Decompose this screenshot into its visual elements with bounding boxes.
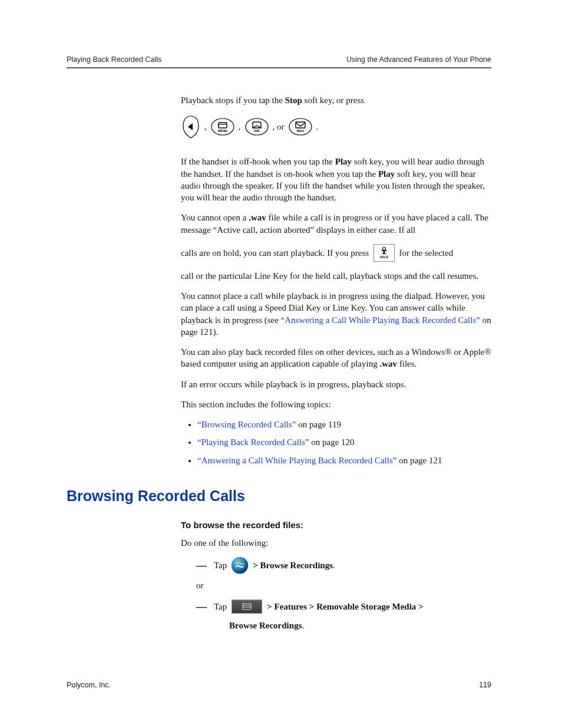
topics-list: “Browsing Recorded Calls” on page 119 “P…: [181, 419, 491, 466]
svg-text:MSG: MSG: [296, 129, 304, 133]
separator-comma: ,: [204, 121, 207, 133]
header-right: Using the Advanced Features of Your Phon…: [346, 55, 491, 64]
paragraph-wav-restriction: You cannot open a .wav file while a call…: [181, 212, 491, 236]
svg-text:HOLD: HOLD: [380, 255, 389, 259]
svg-rect-1: [219, 123, 227, 128]
paragraph-dialpad-restriction: You cannot place a call while playback i…: [181, 290, 491, 338]
paragraph-error-stop: If an error occurs while playback is in …: [181, 378, 491, 390]
separator-or: , or: [273, 121, 285, 133]
menu-key-icon: MENU: [210, 117, 235, 137]
dash-bullet: —: [196, 560, 207, 571]
link-answering[interactable]: “Answering a Call While Playing Back Rec…: [197, 456, 396, 465]
dir-key-icon: DIR: [244, 117, 269, 137]
paragraph-resume: call or the particular Line Key for the …: [181, 270, 491, 282]
menu-softkey-icon: [232, 599, 262, 614]
msg-key-icon: MSG: [288, 117, 313, 137]
page-footer: Polycom, Inc. 119: [67, 681, 491, 689]
svg-text:DIR: DIR: [254, 129, 260, 133]
link-playing-back[interactable]: “Playing Back Recorded Calls”: [197, 437, 309, 447]
topic-item: “Playing Back Recorded Calls” on page 12…: [197, 436, 491, 448]
link-answering-call[interactable]: “Answering a Call While Playing Back Rec…: [281, 315, 480, 325]
footer-page-number: 119: [479, 681, 491, 689]
svg-text:MENU: MENU: [218, 129, 227, 133]
paragraph-hold-playback: calls are on hold, you can start playbac…: [181, 244, 491, 262]
page-header: Playing Back Recorded Calls Using the Ad…: [67, 55, 491, 64]
svg-rect-14: [243, 604, 251, 610]
separator-comma: ,: [239, 121, 241, 133]
back-key-icon: [181, 114, 201, 139]
separator-period: .: [316, 121, 319, 133]
procedure-subhead: To browse the recorded files:: [181, 519, 491, 531]
hold-key-icon: HOLD: [373, 244, 395, 262]
dash-bullet: —: [196, 601, 207, 612]
section-title-browsing: Browsing Recorded Calls: [67, 486, 491, 506]
topic-item: “Answering a Call While Playing Back Rec…: [197, 454, 491, 466]
footer-company: Polycom, Inc.: [67, 681, 111, 689]
paragraph-other-devices: You can also play back recorded files on…: [181, 346, 491, 370]
step-option-a: — Tap > Browse Recordings.: [196, 557, 491, 574]
applications-orb-icon: [232, 557, 248, 574]
svg-point-9: [382, 247, 385, 250]
svg-rect-7: [296, 122, 305, 128]
link-browsing[interactable]: “Browsing Recorded Calls”: [197, 420, 296, 429]
step-option-b-cont: Browse Recordings.: [229, 620, 491, 631]
paragraph-topics-intro: This section includes the following topi…: [181, 398, 491, 410]
or-separator: or: [196, 579, 491, 591]
step-option-b: — Tap > Features > Removable Storage Med…: [196, 599, 491, 614]
header-left: Playing Back Recorded Calls: [67, 55, 161, 64]
button-icon-row: , MENU , DIR , or: [181, 114, 491, 139]
paragraph-handset-audio: If the handset is off-hook when you tap …: [181, 156, 491, 203]
paragraph-playback-stop: Playback stops if you tap the Stop soft …: [181, 94, 491, 106]
do-one-of: Do one of the following:: [181, 537, 491, 549]
topic-item: “Browsing Recorded Calls” on page 119: [197, 419, 491, 430]
header-rule: [67, 67, 491, 68]
